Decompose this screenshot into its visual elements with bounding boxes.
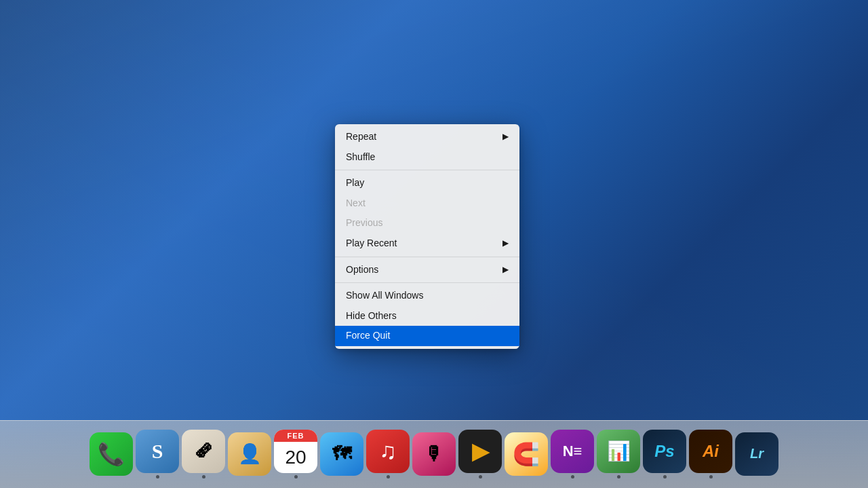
dock-item-photoshop[interactable]: Ps	[643, 430, 686, 478]
menu-item-play-label: Play	[346, 176, 364, 190]
dock-dot-photoshop	[663, 475, 667, 478]
menu-item-shuffle-label: Shuffle	[346, 151, 375, 164]
menu-item-previous: Previous	[335, 213, 519, 233]
options-submenu-arrow: ▶	[502, 264, 509, 276]
dock-dot-numbers	[617, 475, 620, 478]
dock-item-onenote[interactable]: N≡	[551, 430, 594, 478]
dock-item-plex[interactable]: ▶	[458, 430, 502, 478]
dock-item-sparklyr[interactable]: 🧲	[505, 432, 548, 476]
sparklyr-icon: 🧲	[505, 432, 548, 476]
calendar-day-label: 20	[285, 442, 306, 473]
menu-item-show-all-windows-label: Show All Windows	[346, 289, 423, 303]
phone-icon: 📞	[90, 432, 133, 476]
dock-item-papers[interactable]: 🗞	[182, 430, 225, 478]
context-menu: Repeat ▶ Shuffle Play Next Previous Play…	[335, 124, 519, 349]
dock-item-podcasts[interactable]: 🎙	[412, 432, 456, 476]
dock-dot-onenote	[571, 475, 574, 478]
photoshop-icon: Ps	[643, 430, 686, 473]
dock-item-illustrator[interactable]: Ai	[689, 430, 732, 478]
menu-item-previous-label: Previous	[346, 217, 382, 230]
menu-section-repeat-shuffle: Repeat ▶ Shuffle	[335, 124, 519, 170]
dock-dot-calendar	[294, 475, 298, 478]
menu-section-playback: Play Next Previous Play Recent ▶	[335, 170, 519, 257]
menu-item-shuffle[interactable]: Shuffle	[335, 147, 519, 168]
menu-item-options[interactable]: Options ▶	[335, 260, 519, 280]
dock-item-calendar[interactable]: FEB 20	[274, 430, 317, 478]
dock-item-phone[interactable]: 📞	[90, 432, 133, 476]
papers-icon: 🗞	[182, 430, 225, 473]
plex-icon: ▶	[458, 430, 502, 473]
dock-item-music[interactable]: ♫	[366, 430, 410, 478]
dock-item-contacts[interactable]: 👤	[228, 432, 271, 476]
menu-item-next: Next	[335, 193, 519, 214]
dock-item-numbers[interactable]: 📊	[597, 430, 640, 478]
repeat-submenu-arrow: ▶	[502, 131, 509, 143]
music-icon: ♫	[366, 430, 410, 473]
menu-item-force-quit-label: Force Quit	[346, 329, 390, 343]
menu-item-repeat[interactable]: Repeat ▶	[335, 127, 519, 147]
menu-item-show-all-windows[interactable]: Show All Windows	[335, 286, 519, 306]
dock-item-lightroom[interactable]: Lr	[735, 432, 778, 476]
menu-item-hide-others[interactable]: Hide Others	[335, 306, 519, 326]
maps-icon: 🗺	[320, 432, 363, 476]
calendar-icon: FEB 20	[274, 430, 317, 473]
dock-dot-music	[387, 475, 390, 478]
menu-item-options-label: Options	[346, 263, 378, 277]
menu-section-options: Options ▶	[335, 257, 519, 284]
dock-item-skitch[interactable]: S	[136, 430, 179, 478]
illustrator-icon: Ai	[689, 430, 732, 473]
dock-dot-skitch	[156, 475, 159, 478]
calendar-month-label: FEB	[274, 430, 317, 442]
play-recent-submenu-arrow: ▶	[502, 238, 509, 249]
onenote-icon: N≡	[551, 430, 594, 473]
menu-item-play[interactable]: Play	[335, 173, 519, 193]
menu-section-window: Show All Windows Hide Others Force Quit	[335, 283, 519, 349]
contacts-icon: 👤	[228, 432, 271, 476]
dock: 📞 S 🗞 👤 FEB 20	[0, 420, 868, 488]
skitch-icon: S	[136, 430, 179, 473]
menu-item-next-label: Next	[346, 197, 366, 210]
dock-dot-papers	[202, 475, 205, 478]
menu-item-play-recent[interactable]: Play Recent ▶	[335, 233, 519, 254]
desktop: Repeat ▶ Shuffle Play Next Previous Play…	[0, 0, 868, 488]
numbers-icon: 📊	[597, 430, 640, 473]
dock-item-maps[interactable]: 🗺	[320, 432, 363, 476]
podcasts-icon: 🎙	[412, 432, 456, 476]
dock-dot-plex	[479, 475, 482, 478]
menu-item-force-quit[interactable]: Force Quit	[335, 326, 519, 346]
menu-item-repeat-label: Repeat	[346, 130, 376, 144]
menu-item-hide-others-label: Hide Others	[346, 309, 397, 323]
lightroom-icon: Lr	[735, 432, 778, 476]
dock-dot-illustrator	[709, 475, 713, 478]
menu-item-play-recent-label: Play Recent	[346, 237, 397, 250]
